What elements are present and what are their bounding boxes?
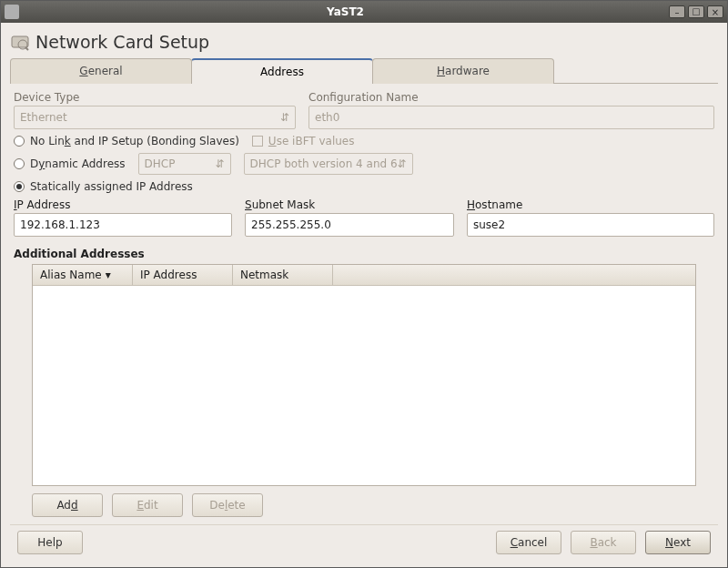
ip-address-label: IP Address — [14, 198, 232, 211]
col-ip-address[interactable]: IP Address — [133, 265, 233, 285]
tab-bar: General Address Hardware — [10, 57, 718, 84]
help-button[interactable]: Help — [17, 531, 83, 554]
config-name-field: eth0 — [308, 106, 714, 129]
ip-address-input[interactable]: 192.168.1.123 — [14, 213, 232, 237]
maximize-button[interactable]: ☐ — [688, 5, 704, 18]
radio-icon — [14, 136, 25, 147]
edit-button: Edit — [112, 493, 183, 517]
chevron-updown-icon: ⇵ — [215, 157, 224, 170]
checkbox-use-ibft: Use iBFT values — [252, 135, 355, 147]
additional-addresses-title: Additional Addresses — [14, 248, 714, 260]
subnet-mask-input[interactable]: 255.255.255.0 — [245, 213, 454, 237]
tab-hardware[interactable]: Hardware — [372, 58, 554, 84]
close-button[interactable]: × — [707, 5, 723, 18]
chevron-updown-icon: ⇵ — [280, 111, 289, 124]
tab-address[interactable]: Address — [191, 58, 373, 84]
next-button[interactable]: Next — [645, 531, 711, 554]
radio-icon — [14, 158, 25, 169]
additional-buttons: Add Edit Delete — [14, 493, 714, 521]
config-name-label: Configuration Name — [308, 91, 714, 104]
device-type-combo: Ethernet ⇵ — [14, 106, 296, 129]
checkbox-icon — [252, 136, 263, 147]
tab-general[interactable]: General — [10, 58, 192, 84]
hostname-input[interactable]: suse2 — [467, 213, 714, 237]
svg-rect-0 — [12, 36, 28, 47]
dhcp-type-combo: DHCP ⇵ — [138, 153, 231, 175]
window-title: YaST2 — [25, 5, 666, 18]
add-button[interactable]: Add — [32, 493, 103, 517]
radio-dynamic-address[interactable]: Dynamic Address — [14, 157, 126, 170]
page-header: Network Card Setup — [10, 28, 718, 57]
delete-button: Delete — [192, 493, 263, 517]
additional-addresses-table[interactable]: Alias Name ▾ IP Address Netmask — [32, 264, 696, 486]
radio-no-link[interactable]: No Link and IP Setup (Bonding Slaves) — [14, 135, 239, 147]
minimize-button[interactable]: – — [669, 5, 685, 18]
col-netmask[interactable]: Netmask — [233, 265, 333, 285]
svg-line-2 — [25, 47, 28, 50]
radio-static-ip[interactable]: Statically assigned IP Address — [14, 180, 193, 193]
page-title: Network Card Setup — [35, 32, 209, 52]
dhcp-version-combo: DHCP both version 4 and 6 ⇵ — [244, 153, 413, 175]
chevron-updown-icon: ⇵ — [398, 157, 407, 170]
sort-desc-icon: ▾ — [106, 269, 111, 281]
app-window: YaST2 – ☐ × Network Card Setup General A… — [0, 0, 728, 568]
col-alias-name[interactable]: Alias Name ▾ — [33, 265, 133, 285]
tab-body-address: Device Type Ethernet ⇵ Configuration Nam… — [10, 84, 718, 524]
app-icon — [5, 5, 19, 19]
device-type-label: Device Type — [14, 91, 296, 104]
subnet-mask-label: Subnet Mask — [245, 198, 454, 211]
hostname-label: Hostname — [467, 198, 714, 211]
cancel-button[interactable]: Cancel — [496, 531, 561, 554]
back-button: Back — [571, 531, 636, 554]
footer-bar: Help Cancel Back Next — [10, 524, 718, 560]
radio-icon — [14, 181, 25, 192]
table-header: Alias Name ▾ IP Address Netmask — [33, 265, 695, 286]
network-card-icon — [10, 32, 30, 52]
titlebar: YaST2 – ☐ × — [1, 1, 727, 23]
content-area: Network Card Setup General Address Hardw… — [1, 23, 727, 567]
table-body — [33, 286, 695, 485]
